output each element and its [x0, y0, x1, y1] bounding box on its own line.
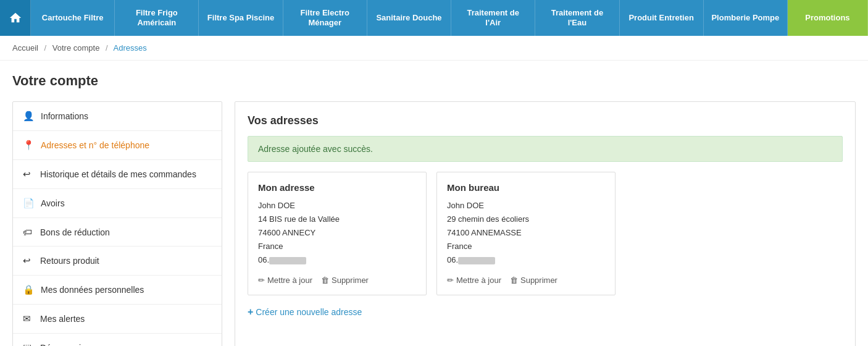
address-card-2-body: John DOE 29 chemin des écoliers 74100 AN… [447, 199, 605, 267]
nav-spa[interactable]: Filtre Spa Piscine [199, 0, 283, 36]
address-1-actions: ✏ Mettre à jour 🗑 Supprimer [258, 276, 416, 285]
sidebar-label-avoirs: Avoirs [41, 198, 65, 208]
nav-air[interactable]: Traitement de l'Air [451, 0, 535, 36]
address-2-country: France [447, 240, 605, 253]
sidebar-label-retours: Retours produit [40, 256, 99, 266]
nav-cartouche[interactable]: Cartouche Filtre [31, 0, 115, 36]
sidebar-label-deconnexion: Déconnexion [40, 343, 91, 346]
page-title: Votre compte [0, 61, 868, 95]
content-title: Vos adresses [248, 114, 843, 127]
nav-plomberie[interactable]: Plomberie Pompe [704, 0, 788, 36]
phone-blurred-1 [269, 257, 306, 264]
document-icon: 📄 [23, 198, 35, 209]
breadcrumb-current: Adresses [114, 43, 147, 53]
delete-address-2-button[interactable]: 🗑 Supprimer [510, 276, 557, 285]
address-2-name: John DOE [447, 199, 605, 213]
address-1-name: John DOE [258, 199, 416, 213]
pencil-icon-2: ✏ [447, 276, 454, 285]
lock-icon: 🔒 [23, 284, 35, 295]
return-icon: ↩ [23, 255, 34, 266]
nav-produit[interactable]: Produit Entretien [620, 0, 704, 36]
address-2-actions: ✏ Mettre à jour 🗑 Supprimer [447, 276, 605, 285]
nav-sanitaire[interactable]: Sanitaire Douche [367, 0, 451, 36]
phone-blurred-2 [458, 257, 495, 264]
trash-icon-2: 🗑 [510, 276, 518, 285]
nav-eau[interactable]: Traitement de l'Eau [535, 0, 619, 36]
address-card-1: Mon adresse John DOE 14 BIS rue de la Va… [248, 172, 427, 295]
sidebar-label-informations: Informations [41, 111, 88, 121]
history-icon: ↩ [23, 169, 34, 180]
sidebar-item-retours[interactable]: ↩ Retours produit [13, 247, 222, 276]
sidebar-label-adresses: Adresses et n° de téléphone [41, 140, 149, 150]
plus-icon: + [248, 306, 253, 318]
nav-frigo[interactable]: Filtre Frigo Américain [115, 0, 199, 36]
address-1-line2: 74600 ANNECY [258, 226, 416, 240]
create-address-button[interactable]: + Créer une nouvelle adresse [248, 306, 843, 318]
address-1-phone: 06. [258, 253, 416, 267]
nav-home[interactable] [0, 0, 31, 36]
logout-icon: ⬚ [23, 342, 34, 346]
tag-icon: 🏷 [23, 227, 34, 237]
main-layout: 👤 Informations 📍 Adresses et n° de télép… [0, 95, 868, 346]
content-area: Vos adresses Adresse ajoutée avec succès… [235, 101, 856, 346]
user-icon: 👤 [23, 111, 35, 122]
sidebar-item-informations[interactable]: 👤 Informations [13, 102, 222, 131]
update-address-1-button[interactable]: ✏ Mettre à jour [258, 276, 312, 285]
trash-icon-1: 🗑 [321, 276, 329, 285]
address-card-1-title: Mon adresse [258, 182, 416, 193]
address-1-country: France [258, 240, 416, 253]
address-cards: Mon adresse John DOE 14 BIS rue de la Va… [248, 172, 843, 295]
address-2-line2: 74100 ANNEMASSE [447, 226, 605, 240]
address-2-line1: 29 chemin des écoliers [447, 213, 605, 226]
envelope-icon: ✉ [23, 313, 34, 324]
sidebar: 👤 Informations 📍 Adresses et n° de télép… [12, 101, 222, 346]
sidebar-item-avoirs[interactable]: 📄 Avoirs [13, 189, 222, 218]
address-2-phone: 06. [447, 253, 605, 267]
breadcrumb: Accueil / Votre compte / Adresses [0, 36, 868, 61]
location-icon: 📍 [23, 140, 35, 151]
sidebar-item-historique[interactable]: ↩ Historique et détails de mes commandes [13, 160, 222, 189]
breadcrumb-home[interactable]: Accueil [12, 43, 38, 53]
address-card-1-body: John DOE 14 BIS rue de la Vallée 74600 A… [258, 199, 416, 267]
sidebar-item-donnees[interactable]: 🔒 Mes données personnelles [13, 276, 222, 305]
nav-promotions[interactable]: Promotions [788, 0, 868, 36]
breadcrumb-account[interactable]: Votre compte [52, 43, 100, 53]
sidebar-item-deconnexion[interactable]: ⬚ Déconnexion [13, 334, 222, 346]
main-nav: Cartouche Filtre Filtre Frigo Américain … [0, 0, 868, 36]
sidebar-item-adresses[interactable]: 📍 Adresses et n° de téléphone [13, 131, 222, 160]
pencil-icon-1: ✏ [258, 276, 265, 285]
address-card-2: Mon bureau John DOE 29 chemin des écolie… [436, 172, 616, 295]
sidebar-item-alertes[interactable]: ✉ Mes alertes [13, 305, 222, 334]
address-card-2-title: Mon bureau [447, 182, 605, 193]
sidebar-label-historique: Historique et détails de mes commandes [40, 169, 196, 179]
sidebar-label-bons: Bons de réduction [40, 227, 110, 237]
update-address-2-button[interactable]: ✏ Mettre à jour [447, 276, 501, 285]
nav-electro[interactable]: Filtre Electro Ménager [283, 0, 367, 36]
sidebar-label-alertes: Mes alertes [40, 314, 85, 324]
sidebar-item-bons[interactable]: 🏷 Bons de réduction [13, 218, 222, 247]
address-1-line1: 14 BIS rue de la Vallée [258, 213, 416, 226]
delete-address-1-button[interactable]: 🗑 Supprimer [321, 276, 369, 285]
success-alert: Adresse ajoutée avec succès. [248, 136, 843, 162]
sidebar-label-donnees: Mes données personnelles [41, 285, 144, 295]
